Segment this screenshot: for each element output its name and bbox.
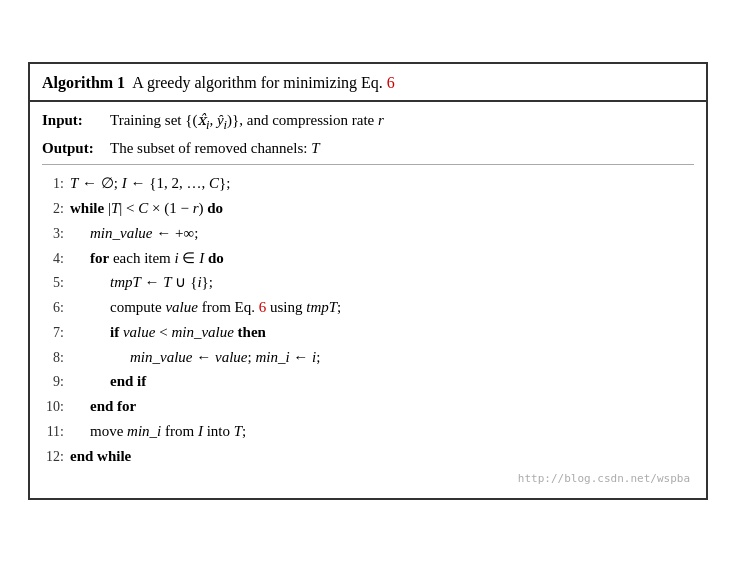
io-section: Input: Training set {(x̂i, ŷi)}, and com…: [42, 108, 694, 165]
line-content-5: tmpT ← T ∪ {i};: [70, 270, 694, 295]
line-8: 8: min_value ← value; min_i ← i;: [42, 345, 694, 370]
line-content-7: if value < min_value then: [70, 320, 694, 345]
line-3: 3: min_value ← +∞;: [42, 221, 694, 246]
line-content-12: end while: [70, 444, 694, 469]
line-content-10: end for: [70, 394, 694, 419]
line-num-10: 10:: [42, 395, 70, 418]
algorithm-body: Input: Training set {(x̂i, ŷi)}, and com…: [30, 102, 706, 499]
eq-ref: 6: [387, 74, 395, 91]
line-num-11: 11:: [42, 420, 70, 443]
line-content-2: while |T| < C × (1 − r) do: [70, 196, 694, 221]
output-content: The subset of removed channels: T: [110, 136, 320, 161]
line-num-2: 2:: [42, 197, 70, 220]
line-4: 4: for each item i ∈ I do: [42, 246, 694, 271]
line-num-3: 3:: [42, 222, 70, 245]
lines-section: 1: T ← ∅; I ← {1, 2, …, C}; 2: while |T|…: [42, 169, 694, 468]
line-10: 10: end for: [42, 394, 694, 419]
line-num-6: 6:: [42, 296, 70, 319]
line-content-6: compute value from Eq. 6 using tmpT;: [70, 295, 694, 320]
input-label: Input:: [42, 108, 102, 133]
line-num-7: 7:: [42, 321, 70, 344]
line-9: 9: end if: [42, 369, 694, 394]
line-6: 6: compute value from Eq. 6 using tmpT;: [42, 295, 694, 320]
line-content-8: min_value ← value; min_i ← i;: [70, 345, 694, 370]
line-content-11: move min_i from I into T;: [70, 419, 694, 444]
line-content-4: for each item i ∈ I do: [70, 246, 694, 271]
line-1: 1: T ← ∅; I ← {1, 2, …, C};: [42, 171, 694, 196]
line-num-5: 5:: [42, 271, 70, 294]
watermark: http://blog.csdn.net/wspba: [42, 468, 694, 488]
output-label: Output:: [42, 136, 102, 161]
input-row: Input: Training set {(x̂i, ŷi)}, and com…: [42, 108, 694, 136]
line-7: 7: if value < min_value then: [42, 320, 694, 345]
line-num-4: 4:: [42, 247, 70, 270]
algorithm-header: Algorithm 1 A greedy algorithm for minim…: [30, 64, 706, 102]
line-content-3: min_value ← +∞;: [70, 221, 694, 246]
algorithm-container: Algorithm 1 A greedy algorithm for minim…: [28, 62, 708, 501]
output-row: Output: The subset of removed channels: …: [42, 136, 694, 161]
line-content-1: T ← ∅; I ← {1, 2, …, C};: [70, 171, 694, 196]
line-num-9: 9:: [42, 370, 70, 393]
line-2: 2: while |T| < C × (1 − r) do: [42, 196, 694, 221]
line-12: 12: end while: [42, 444, 694, 469]
input-content: Training set {(x̂i, ŷi)}, and compressio…: [110, 108, 384, 136]
line-num-1: 1:: [42, 172, 70, 195]
algorithm-title: Algorithm 1: [42, 74, 125, 91]
line-11: 11: move min_i from I into T;: [42, 419, 694, 444]
line-num-8: 8:: [42, 346, 70, 369]
line-num-12: 12:: [42, 445, 70, 468]
line-5: 5: tmpT ← T ∪ {i};: [42, 270, 694, 295]
line-content-9: end if: [70, 369, 694, 394]
